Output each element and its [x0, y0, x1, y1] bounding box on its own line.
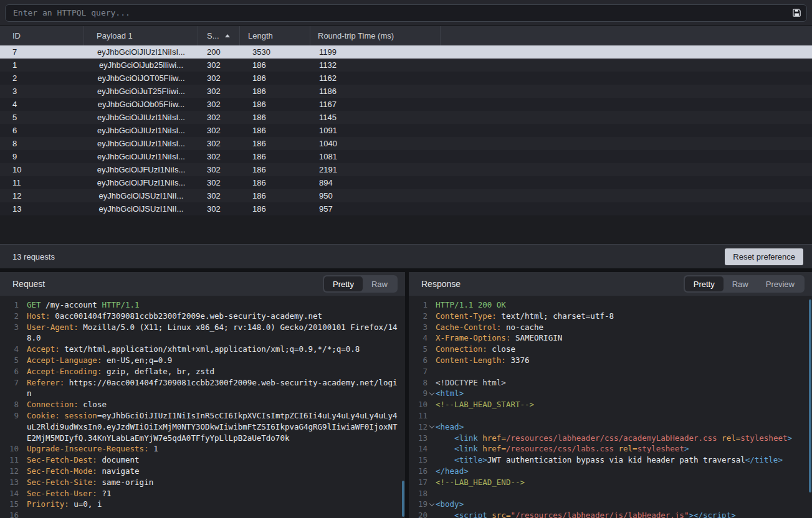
cell-rtt: 1186 — [310, 87, 441, 96]
fold-toggle-icon[interactable] — [427, 499, 436, 510]
cell-rtt: 2191 — [310, 165, 441, 174]
code-line: 8Connection: close — [0, 399, 405, 410]
code-line: 7Referer: https://0acc001404f7309081ccbb… — [0, 377, 405, 400]
cell-status: 302 — [198, 100, 240, 109]
request-pane-header: Request PrettyRaw — [0, 272, 405, 296]
column-header-rtt[interactable]: Round-trip Time (ms) — [310, 26, 441, 45]
cell-id: 10 — [0, 165, 84, 174]
column-header-payload1[interactable]: Payload 1 — [84, 26, 198, 45]
code-line: 3User-Agent: Mozilla/5.0 (X11; Linux x86… — [0, 322, 405, 344]
code-text: Upgrade-Insecure-Requests: 1 — [27, 443, 405, 454]
code-text: User-Agent: Mozilla/5.0 (X11; Linux x86_… — [27, 322, 405, 344]
fold-spacer — [427, 366, 436, 377]
cell-length: 186 — [240, 113, 310, 122]
line-number: 6 — [409, 355, 427, 366]
line-number: 2 — [0, 311, 19, 322]
code-text: <!--LAB_HEAD_END--> — [436, 477, 812, 488]
table-row[interactable]: 3eyJhbGciOiJuT25FIiwi...3021861186 — [0, 85, 812, 98]
code-line: 11Sec-Fetch-Dest: document — [0, 454, 405, 466]
fold-spacer — [427, 454, 436, 466]
fold-spacer — [19, 454, 27, 466]
cell-id: 12 — [0, 191, 84, 200]
cell-rtt: 1040 — [310, 139, 441, 148]
cell-id: 13 — [0, 204, 84, 214]
code-line: 4Accept: text/html,application/xhtml+xml… — [0, 344, 405, 355]
cell-id: 5 — [0, 113, 84, 122]
cell-length: 186 — [240, 73, 310, 83]
app-window: IDPayload 1S...LengthRound-trip Time (ms… — [0, 0, 812, 518]
request-scrollbar[interactable] — [402, 481, 404, 517]
fold-toggle-icon[interactable] — [427, 388, 436, 399]
tab-pretty[interactable]: Pretty — [324, 276, 363, 291]
table-empty-area — [0, 215, 812, 244]
httpql-query-input[interactable] — [6, 8, 786, 17]
cell-rtt: 1162 — [310, 73, 441, 83]
cell-payload: eyJhbGciOiJSUzI1NiI... — [84, 204, 198, 214]
table-row[interactable]: 9eyJhbGciOiJIUzI1NiIsI...3021861081 — [0, 150, 812, 163]
column-header-id[interactable]: ID — [0, 26, 84, 45]
cell-rtt: 950 — [310, 191, 441, 200]
request-pane: Request PrettyRaw 1GET /my-account HTTP/… — [0, 272, 405, 518]
table-row[interactable]: 11eyJhbGciOiJFUzI1NiIs...302186894 — [0, 176, 812, 189]
response-editor[interactable]: 1HTTP/1.1 200 OK2Content-Type: text/html… — [409, 296, 812, 518]
save-query-icon[interactable] — [786, 8, 806, 17]
fold-spacer — [427, 466, 436, 477]
code-text: <body> — [436, 499, 812, 510]
table-row[interactable]: 7eyJhbGciOiJIUzI1NiIsI...20035301199 — [0, 45, 812, 59]
table-row[interactable]: 5eyJhbGciOiJIUzI1NiIsI...3021861145 — [0, 111, 812, 124]
cell-payload: eyJhbGciOiJIUzI1NiIsI... — [84, 113, 198, 122]
request-editor[interactable]: 1GET /my-account HTTP/1.12Host: 0acc0014… — [0, 296, 405, 518]
table-row[interactable]: 1eyJhbGciOiJub25lIiwi...3021861132 — [0, 59, 812, 72]
code-line: 13Sec-Fetch-Site: same-origin — [0, 477, 405, 488]
cell-length: 3530 — [240, 47, 310, 57]
code-line: 14 <link href=/resources/css/labs.css re… — [409, 443, 812, 454]
cell-status: 302 — [198, 165, 240, 174]
tab-preview[interactable]: Preview — [757, 276, 803, 291]
cell-status: 302 — [198, 204, 240, 214]
code-text: HTTP/1.1 200 OK — [436, 299, 812, 311]
table-row[interactable]: 8eyJhbGciOiJIUzI1NiIsI...3021861040 — [0, 137, 812, 150]
fold-spacer — [427, 510, 436, 518]
fold-spacer — [19, 477, 27, 488]
fold-spacer — [19, 322, 27, 333]
table-row[interactable]: 6eyJhbGciOiJIUzI1NiIsI...3021861091 — [0, 124, 812, 137]
cell-length: 186 — [240, 152, 310, 161]
fold-spacer — [427, 433, 436, 444]
response-scrollbar[interactable] — [809, 299, 811, 492]
httpql-query-bar — [5, 4, 807, 22]
fold-spacer — [427, 355, 436, 366]
table-row[interactable]: 10eyJhbGciOiJFUzI1NiIs...3021862191 — [0, 163, 812, 176]
cell-status: 302 — [198, 178, 240, 187]
line-number: 10 — [409, 399, 427, 410]
line-number: 8 — [0, 399, 19, 410]
tab-raw[interactable]: Raw — [363, 276, 396, 291]
cell-id: 2 — [0, 73, 84, 83]
cell-rtt: 1091 — [310, 126, 441, 135]
fold-spacer — [19, 399, 27, 410]
tab-raw[interactable]: Raw — [724, 276, 757, 291]
tab-pretty[interactable]: Pretty — [685, 276, 724, 291]
line-number: 4 — [0, 344, 19, 355]
table-row[interactable]: 13eyJhbGciOiJSUzI1NiI...302186957 — [0, 202, 812, 215]
code-line: 1GET /my-account HTTP/1.1 — [0, 299, 405, 311]
table-row[interactable]: 12eyJhbGciOiJSUzI1NiI...302186950 — [0, 189, 812, 202]
cell-status: 302 — [198, 152, 240, 161]
reset-preference-button[interactable]: Reset preference — [725, 248, 803, 265]
fold-spacer — [19, 443, 27, 454]
code-text: Sec-Fetch-Site: same-origin — [27, 477, 405, 488]
cell-payload: eyJhbGciOiJOT05FIiw... — [84, 73, 198, 83]
code-line: 1HTTP/1.1 200 OK — [409, 299, 812, 311]
column-header-length[interactable]: Length — [240, 26, 310, 45]
cell-payload: eyJhbGciOiJub25lIiwi... — [84, 60, 198, 70]
table-row[interactable]: 4eyJhbGciOiJOb05FIiw...3021861167 — [0, 98, 812, 111]
fold-spacer — [427, 477, 436, 488]
table-row[interactable]: 2eyJhbGciOiJOT05FIiw...3021861162 — [0, 72, 812, 85]
fold-toggle-icon[interactable] — [427, 421, 436, 433]
code-line: 7 — [409, 366, 812, 377]
cell-payload: eyJhbGciOiJIUzI1NiIsI... — [84, 47, 198, 57]
line-number: 6 — [0, 366, 19, 377]
column-label: Length — [248, 31, 273, 40]
cell-status: 302 — [198, 87, 240, 96]
column-header-status[interactable]: S... — [198, 26, 240, 45]
code-text: Sec-Fetch-User: ?1 — [27, 488, 405, 499]
